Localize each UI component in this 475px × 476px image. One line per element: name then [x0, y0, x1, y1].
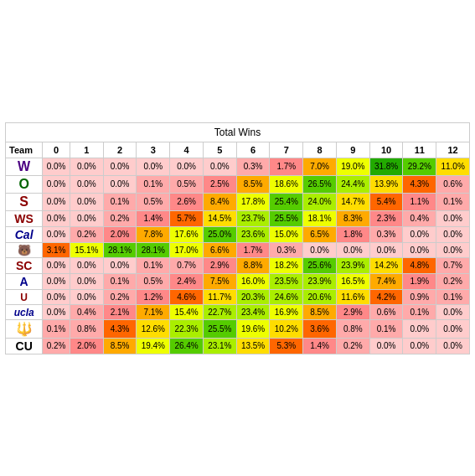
data-cell: 0.1% [436, 289, 470, 304]
data-cell: 4.2% [369, 289, 403, 304]
team-logo: CU [16, 339, 33, 353]
team-logo-cell: O [6, 175, 43, 193]
data-cell: 23.9% [336, 257, 369, 273]
data-cell: 13.9% [369, 175, 403, 193]
data-cell: 14.5% [203, 210, 236, 226]
data-body: W0.0%0.0%0.0%0.0%0.0%0.0%0.3%1.7%7.0%19.… [6, 158, 470, 354]
data-cell: 20.3% [236, 289, 270, 304]
data-cell: 23.5% [270, 273, 303, 289]
data-cell: 14.7% [336, 193, 369, 210]
wins-column-header-5: 5 [203, 142, 236, 158]
data-cell: 5.3% [270, 338, 303, 354]
data-cell: 8.5% [103, 338, 137, 354]
data-cell: 2.3% [369, 210, 403, 226]
table-row: ucla0.0%0.4%2.1%7.1%15.4%22.7%23.4%16.9%… [6, 304, 470, 319]
data-cell: 8.5% [236, 175, 270, 193]
data-cell: 25.4% [270, 193, 303, 210]
data-cell: 0.6% [369, 304, 403, 319]
data-cell: 0.0% [303, 242, 337, 257]
wins-column-header-1: 1 [70, 142, 103, 158]
data-cell: 0.0% [103, 175, 137, 193]
data-cell: 0.0% [436, 338, 470, 354]
data-cell: 0.0% [369, 338, 403, 354]
team-logo-cell: Cal [6, 226, 43, 242]
data-cell: 25.5% [203, 319, 236, 338]
data-cell: 28.1% [103, 242, 137, 257]
data-cell: 0.2% [43, 338, 70, 354]
data-cell: 22.7% [203, 304, 236, 319]
data-cell: 1.7% [236, 242, 270, 257]
team-logo: WS [14, 212, 34, 225]
data-cell: 25.6% [303, 257, 337, 273]
data-cell: 0.1% [436, 193, 470, 210]
data-cell: 0.0% [403, 319, 436, 338]
data-cell: 1.4% [303, 338, 337, 354]
data-cell: 0.0% [43, 257, 70, 273]
data-cell: 4.3% [103, 319, 137, 338]
data-cell: 0.0% [103, 158, 137, 175]
data-cell: 0.0% [336, 242, 369, 257]
data-cell: 17.0% [170, 242, 204, 257]
team-logo-cell: W [6, 158, 43, 175]
data-cell: 2.9% [203, 257, 236, 273]
data-cell: 0.8% [70, 319, 103, 338]
data-cell: 23.4% [236, 304, 270, 319]
data-cell: 11.0% [436, 158, 470, 175]
team-logo: O [18, 177, 28, 191]
data-cell: 0.0% [43, 304, 70, 319]
data-cell: 19.0% [336, 158, 369, 175]
data-cell: 2.9% [336, 304, 369, 319]
data-cell: 0.0% [43, 175, 70, 193]
data-cell: 0.0% [43, 210, 70, 226]
data-cell: 1.4% [137, 210, 170, 226]
data-cell: 2.4% [170, 273, 204, 289]
data-cell: 5.7% [170, 210, 204, 226]
data-cell: 0.0% [70, 289, 103, 304]
data-cell: 0.0% [436, 226, 470, 242]
data-cell: 0.2% [103, 210, 137, 226]
data-cell: 0.0% [436, 304, 470, 319]
table-row: S0.0%0.0%0.1%0.5%2.6%8.4%17.8%25.4%24.0%… [6, 193, 470, 210]
data-cell: 1.2% [137, 289, 170, 304]
data-cell: 6.6% [203, 242, 236, 257]
data-cell: 2.0% [70, 338, 103, 354]
team-logo-cell: SC [6, 257, 43, 273]
wins-column-header-10: 10 [369, 142, 403, 158]
data-cell: 0.2% [336, 338, 369, 354]
data-cell: 15.0% [270, 226, 303, 242]
data-cell: 2.6% [170, 193, 204, 210]
team-logo: Cal [15, 228, 34, 241]
data-cell: 8.5% [303, 304, 337, 319]
data-cell: 23.6% [236, 226, 270, 242]
data-cell: 4.3% [403, 175, 436, 193]
table-row: U0.0%0.0%0.2%1.2%4.6%11.7%20.3%24.6%20.6… [6, 289, 470, 304]
data-cell: 7.5% [203, 273, 236, 289]
team-logo-cell: A [6, 273, 43, 289]
data-cell: 0.0% [436, 319, 470, 338]
team-logo: ucla [14, 307, 34, 318]
data-cell: 0.0% [43, 289, 70, 304]
data-cell: 8.8% [236, 257, 270, 273]
data-cell: 29.2% [403, 158, 436, 175]
team-logo-cell: CU [6, 338, 43, 354]
data-cell: 15.1% [70, 242, 103, 257]
data-cell: 16.5% [336, 273, 369, 289]
data-cell: 0.0% [403, 338, 436, 354]
data-cell: 0.6% [436, 175, 470, 193]
data-cell: 23.7% [236, 210, 270, 226]
data-cell: 0.0% [70, 158, 103, 175]
team-column-header: Team [6, 142, 43, 158]
data-cell: 0.0% [137, 158, 170, 175]
team-logo-cell: WS [6, 210, 43, 226]
team-logo: 🐻 [18, 244, 31, 256]
data-cell: 22.3% [170, 319, 204, 338]
data-cell: 7.8% [137, 226, 170, 242]
data-cell: 31.8% [369, 158, 403, 175]
data-cell: 0.4% [70, 304, 103, 319]
data-cell: 0.1% [369, 319, 403, 338]
data-cell: 0.0% [43, 193, 70, 210]
team-logo: W [18, 159, 30, 173]
data-cell: 1.1% [403, 193, 436, 210]
data-cell: 0.5% [137, 273, 170, 289]
main-table: Total Wins Team0123456789101112 W0.0%0.0… [5, 122, 470, 354]
